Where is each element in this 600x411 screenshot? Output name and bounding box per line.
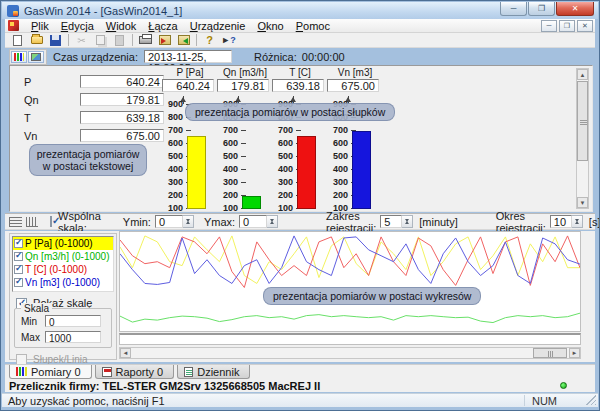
- save-button[interactable]: [46, 33, 65, 47]
- measurement-bar: [187, 136, 206, 209]
- menu-item-urządzenie[interactable]: Urządzenie: [184, 20, 252, 32]
- restore-button[interactable]: ❐: [528, 2, 555, 16]
- period-value[interactable]: 10: [550, 215, 572, 228]
- scale-tick-mark: [241, 182, 246, 183]
- scale-tick-label: 300: [329, 177, 348, 187]
- menu-item-edycja[interactable]: Edycja: [55, 20, 100, 32]
- menu-item-łącza[interactable]: Łącza: [142, 20, 183, 32]
- scale-min-row: Min0: [21, 315, 101, 327]
- period-spinner[interactable]: 10: [550, 215, 583, 228]
- measurement-value-field: 179.81: [80, 93, 164, 106]
- tab-pomiary-0[interactable]: Pomiary 0: [9, 365, 92, 379]
- range-value[interactable]: 5: [380, 215, 402, 228]
- mdi-minimize-button[interactable]: ─: [541, 20, 557, 32]
- series-checkbox[interactable]: [14, 265, 23, 274]
- app-icon: [7, 5, 19, 17]
- max-value[interactable]: 1000: [45, 331, 101, 343]
- send-to-device-button[interactable]: [155, 33, 174, 47]
- spinner-arrows-icon[interactable]: [402, 215, 413, 228]
- series-checkbox[interactable]: [14, 252, 23, 261]
- read-from-device-button[interactable]: [174, 33, 193, 47]
- menu-item-okno[interactable]: Okno: [251, 20, 289, 32]
- toolbar-separator: [132, 34, 133, 46]
- tab-label: Pomiary 0: [31, 366, 81, 378]
- scroll-up-arrow-icon[interactable]: ▲: [577, 69, 588, 80]
- panel-vertical-scrollbar[interactable]: ▲ ▼: [576, 68, 589, 209]
- vertical-grid-button[interactable]: [26, 215, 38, 229]
- mdi-restore-button[interactable]: ❐: [559, 20, 575, 32]
- scale-tick-label: 800: [164, 112, 183, 122]
- min-value[interactable]: 0: [45, 315, 101, 327]
- ymax-value[interactable]: 0: [239, 215, 267, 228]
- scale-groupbox: Skala Min0 Max1000: [14, 308, 112, 348]
- open-button[interactable]: [27, 33, 46, 47]
- measurements-panel: P640.24Qn179.81T639.18Vn675.00 P [Pa]640…: [9, 65, 593, 212]
- series-line-t: [120, 236, 580, 288]
- bars-view-toggle[interactable]: [11, 51, 27, 63]
- menu-item-plik[interactable]: Plik: [25, 20, 55, 32]
- horizontal-lines-icon: [9, 217, 22, 227]
- help-button[interactable]: ?: [200, 33, 219, 47]
- menu-items: PlikEdycjaWidokŁączaUrządzenieOknoPomoc: [25, 19, 336, 33]
- bar-column-value-field: 639.18: [272, 79, 324, 92]
- series-list-item-2[interactable]: Qn [m3/h] (0-1000): [13, 250, 113, 263]
- spinner-arrows-icon[interactable]: [572, 215, 583, 228]
- horizontal-scrollbar-thumb[interactable]: [533, 348, 567, 358]
- print-button[interactable]: [136, 33, 155, 47]
- scale-tick-label: 600: [164, 138, 183, 148]
- menu-item-widok[interactable]: Widok: [100, 20, 143, 32]
- scroll-right-arrow-icon[interactable]: ►: [569, 348, 580, 358]
- chart-horizontal-scrollbar[interactable]: ◄ ►: [119, 347, 581, 359]
- series-list-item-4[interactable]: Vn [m3] (0-1000): [13, 276, 113, 289]
- paste-icon: [115, 35, 124, 46]
- scale-tick-label: 100: [164, 203, 183, 213]
- bottom-tabs: Pomiary 0Raporty 0Dziennik: [5, 364, 595, 379]
- mdi-child-icon[interactable]: [8, 20, 19, 31]
- scale-tick-label: 400: [164, 164, 183, 174]
- spinner-arrows-icon[interactable]: [267, 215, 278, 228]
- spinner-arrows-icon[interactable]: [183, 215, 194, 228]
- tab-raporty-0[interactable]: Raporty 0: [95, 365, 175, 379]
- scroll-left-arrow-icon[interactable]: ◄: [120, 348, 131, 358]
- measurement-bar: [297, 136, 316, 209]
- series-checkbox[interactable]: [14, 278, 23, 287]
- vertical-scrollbar-thumb[interactable]: [577, 81, 588, 161]
- mdi-close-button[interactable]: ✕: [577, 20, 593, 32]
- bar-group-4: Vn [m3]675.00900800700600500400300200100: [329, 68, 381, 209]
- ymin-value[interactable]: 0: [155, 215, 183, 228]
- bar-column-value-field: 640.24: [162, 79, 214, 92]
- ymax-spinner[interactable]: 0: [239, 215, 278, 228]
- scroll-down-arrow-icon[interactable]: ▼: [577, 197, 588, 208]
- new-button[interactable]: [8, 33, 27, 47]
- range-spinner[interactable]: 5: [380, 215, 413, 228]
- measurement-text-row-t: T639.18: [16, 111, 166, 124]
- measurement-label: Vn: [24, 130, 37, 142]
- scale-tick-label: 900: [164, 99, 183, 109]
- common-scale-label: Wspólna skala:: [58, 210, 101, 234]
- scale-tick-label: 300: [164, 177, 183, 187]
- scale-tick-label: 500: [219, 151, 238, 161]
- series-list-item-1[interactable]: P [Pa] (0-1000): [13, 237, 113, 250]
- menu-item-pomoc[interactable]: Pomoc: [290, 20, 336, 32]
- series-checkbox[interactable]: [14, 239, 23, 248]
- resize-grip[interactable]: [586, 395, 596, 405]
- horizontal-grid-button[interactable]: [9, 215, 22, 229]
- series-listbox[interactable]: P [Pa] (0-1000)Qn [m3/h] (0-1000)T [C] (…: [12, 236, 114, 292]
- series-list-item-3[interactable]: T [C] (0-1000): [13, 263, 113, 276]
- bar-line-row: Słupek/Linia: [16, 352, 88, 365]
- bar-column-value-field: 675.00: [327, 79, 379, 92]
- tab-dziennik[interactable]: Dziennik: [177, 365, 250, 379]
- common-scale-checkbox[interactable]: [50, 216, 52, 227]
- context-help-button[interactable]: ►?: [219, 33, 238, 47]
- line-chart-plot[interactable]: [119, 231, 581, 332]
- minimize-button[interactable]: ─: [500, 2, 527, 16]
- toolbar-separator: [196, 34, 197, 46]
- ymin-spinner[interactable]: 0: [155, 215, 194, 228]
- bar-column-header: T [C]: [274, 68, 326, 78]
- bar-line-checkbox: [16, 354, 27, 365]
- close-button[interactable]: ✕: [556, 2, 594, 16]
- app-window: GasWin 2014 - [GasWin2014_1] ─ ❐ ✕ PlikE…: [0, 0, 600, 411]
- chart-view-toggle[interactable]: [28, 51, 44, 63]
- period-label: Okres rejestracji:: [496, 210, 546, 234]
- scale-tick-mark: [241, 169, 246, 170]
